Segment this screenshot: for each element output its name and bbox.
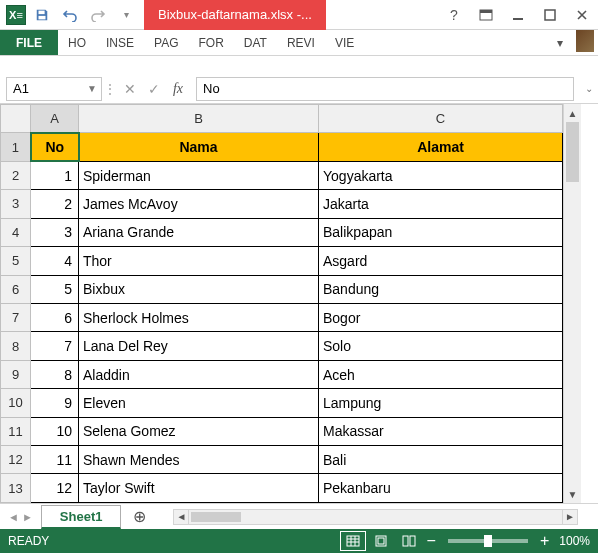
ribbon-tab-vie[interactable]: VIE [325,30,364,55]
column-header-C[interactable]: C [319,105,563,133]
minimize-button[interactable] [502,3,534,27]
row-header-3[interactable]: 3 [1,190,31,218]
cell-C7[interactable]: Bogor [319,303,563,331]
row-header-13[interactable]: 13 [1,474,31,503]
ribbon-tab-for[interactable]: FOR [188,30,233,55]
cell-A9[interactable]: 8 [31,360,79,388]
cancel-formula-button[interactable]: ✕ [118,77,142,101]
enter-formula-button[interactable]: ✓ [142,77,166,101]
redo-button[interactable] [86,3,110,27]
expand-formula-bar-button[interactable]: ⌄ [580,83,598,94]
scroll-left-button[interactable]: ◄ [173,509,189,525]
new-sheet-button[interactable]: ⊕ [125,506,153,528]
profile-picture[interactable] [576,30,594,52]
row-header-10[interactable]: 10 [1,389,31,417]
cell-A10[interactable]: 9 [31,389,79,417]
cell-C9[interactable]: Aceh [319,360,563,388]
cell-C8[interactable]: Solo [319,332,563,360]
cell-A2[interactable]: 1 [31,161,79,189]
cell-A12[interactable]: 11 [31,446,79,474]
cell-C10[interactable]: Lampung [319,389,563,417]
cell-B1[interactable]: Nama [79,133,319,161]
column-header-B[interactable]: B [79,105,319,133]
row-header-11[interactable]: 11 [1,417,31,445]
cell-C6[interactable]: Bandung [319,275,563,303]
ribbon-display-button[interactable] [470,3,502,27]
ribbon-tab-ho[interactable]: HO [58,30,96,55]
row-header-6[interactable]: 6 [1,275,31,303]
vertical-scrollbar[interactable]: ▲ ▼ [563,104,581,503]
scroll-track[interactable] [564,122,581,485]
chevron-down-icon[interactable]: ▼ [87,83,97,94]
cell-A13[interactable]: 12 [31,474,79,503]
hscroll-track[interactable] [189,509,562,525]
worksheet-grid[interactable]: A B C 1 No Nama Alamat 21SpidermanYogyak… [0,104,598,503]
name-box[interactable]: A1 ▼ [6,77,102,101]
close-button[interactable] [566,3,598,27]
cell-C4[interactable]: Balikpapan [319,218,563,246]
ribbon-tab-inse[interactable]: INSE [96,30,144,55]
zoom-knob[interactable] [484,535,492,547]
cell-B7[interactable]: Sherlock Holmes [79,303,319,331]
row-header-12[interactable]: 12 [1,446,31,474]
zoom-level[interactable]: 100% [559,534,590,548]
cell-B8[interactable]: Lana Del Rey [79,332,319,360]
undo-button[interactable] [58,3,82,27]
cell-A7[interactable]: 6 [31,303,79,331]
row-header-7[interactable]: 7 [1,303,31,331]
ribbon-tab-pag[interactable]: PAG [144,30,188,55]
ribbon-tab-file[interactable]: FILE [0,30,58,55]
cell-C1[interactable]: Alamat [319,133,563,161]
maximize-button[interactable] [534,3,566,27]
insert-function-button[interactable]: fx [166,77,190,101]
zoom-slider[interactable] [448,539,528,543]
cell-C5[interactable]: Asgard [319,247,563,275]
column-header-A[interactable]: A [31,105,79,133]
page-layout-view-button[interactable] [368,531,394,551]
cell-A6[interactable]: 5 [31,275,79,303]
zoom-in-button[interactable]: + [536,533,553,549]
help-button[interactable]: ? [438,3,470,27]
cell-B12[interactable]: Shawn Mendes [79,446,319,474]
cell-B10[interactable]: Eleven [79,389,319,417]
cell-B13[interactable]: Taylor Swift [79,474,319,503]
cell-B9[interactable]: Aladdin [79,360,319,388]
row-header-9[interactable]: 9 [1,360,31,388]
excel-icon[interactable]: X≡ [6,5,26,25]
ribbon-tab-revi[interactable]: REVI [277,30,325,55]
cell-B5[interactable]: Thor [79,247,319,275]
qat-customize-button[interactable]: ▾ [114,3,138,27]
row-header-1[interactable]: 1 [1,133,31,161]
cell-A3[interactable]: 2 [31,190,79,218]
cell-A8[interactable]: 7 [31,332,79,360]
sheet-tab-sheet1[interactable]: Sheet1 [41,505,122,529]
save-button[interactable] [30,3,54,27]
scroll-up-button[interactable]: ▲ [564,104,581,122]
cell-A4[interactable]: 3 [31,218,79,246]
formula-input[interactable]: No [196,77,574,101]
cell-C13[interactable]: Pekanbaru [319,474,563,503]
page-break-view-button[interactable] [396,531,422,551]
scroll-right-button[interactable]: ► [562,509,578,525]
cell-B2[interactable]: Spiderman [79,161,319,189]
row-header-4[interactable]: 4 [1,218,31,246]
cell-C3[interactable]: Jakarta [319,190,563,218]
row-header-5[interactable]: 5 [1,247,31,275]
horizontal-scrollbar[interactable]: ◄ ► [173,509,578,525]
row-header-2[interactable]: 2 [1,161,31,189]
sheet-nav-buttons[interactable]: ◄ ► [0,511,41,523]
scroll-thumb[interactable] [566,122,579,182]
cell-A11[interactable]: 10 [31,417,79,445]
cell-B3[interactable]: James McAvoy [79,190,319,218]
hscroll-thumb[interactable] [191,512,241,522]
ribbon-tab-dat[interactable]: DAT [234,30,277,55]
cell-C11[interactable]: Makassar [319,417,563,445]
cell-B4[interactable]: Ariana Grande [79,218,319,246]
cell-A1[interactable]: No [31,133,79,161]
cell-A5[interactable]: 4 [31,247,79,275]
cell-C2[interactable]: Yogyakarta [319,161,563,189]
zoom-out-button[interactable]: − [423,533,440,549]
scroll-down-button[interactable]: ▼ [564,485,581,503]
normal-view-button[interactable] [340,531,366,551]
row-header-8[interactable]: 8 [1,332,31,360]
